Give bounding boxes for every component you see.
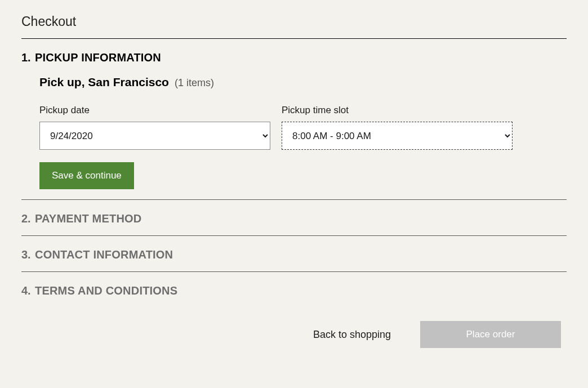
footer-actions: Back to shopping Place order — [21, 321, 567, 348]
pickup-time-field: Pickup time slot 8:00 AM - 9:00 AM — [282, 105, 513, 150]
step-2-title: PAYMENT METHOD — [35, 212, 141, 225]
step-2-divider — [21, 235, 567, 236]
place-order-button[interactable]: Place order — [420, 321, 561, 348]
step-3-header[interactable]: 3. CONTACT INFORMATION — [21, 248, 567, 261]
back-to-shopping-link[interactable]: Back to shopping — [313, 329, 391, 341]
step-1-divider — [21, 199, 567, 200]
step-3-divider — [21, 271, 567, 272]
pickup-time-label: Pickup time slot — [282, 105, 513, 116]
step-3-title: CONTACT INFORMATION — [35, 248, 173, 261]
pickup-date-field: Pickup date 9/24/2020 — [39, 105, 270, 150]
step-4-title: TERMS AND CONDITIONS — [35, 284, 177, 297]
pickup-location-label: Pick up, San Francisco — [39, 75, 169, 89]
step-1-number: 1. — [21, 51, 32, 64]
pickup-time-select[interactable]: 8:00 AM - 9:00 AM — [282, 122, 513, 150]
step-2-number: 2. — [21, 212, 32, 225]
pickup-date-select[interactable]: 9/24/2020 — [39, 122, 270, 150]
pickup-location-row: Pick up, San Francisco (1 items) — [39, 75, 567, 89]
pickup-items-count: (1 items) — [175, 77, 214, 89]
step-2-header[interactable]: 2. PAYMENT METHOD — [21, 212, 567, 225]
pickup-fields-row: Pickup date 9/24/2020 Pickup time slot 8… — [39, 105, 567, 150]
step-1-body: Pick up, San Francisco (1 items) Pickup … — [21, 75, 567, 189]
save-continue-button[interactable]: Save & continue — [39, 162, 134, 189]
page-title: Checkout — [21, 14, 567, 29]
step-4-number: 4. — [21, 284, 32, 297]
step-3-number: 3. — [21, 248, 32, 261]
title-divider — [21, 38, 567, 39]
step-1-title: PICKUP INFORMATION — [35, 51, 161, 64]
step-4-header[interactable]: 4. TERMS AND CONDITIONS — [21, 284, 567, 297]
pickup-date-label: Pickup date — [39, 105, 270, 116]
step-1-header: 1. PICKUP INFORMATION — [21, 51, 567, 64]
